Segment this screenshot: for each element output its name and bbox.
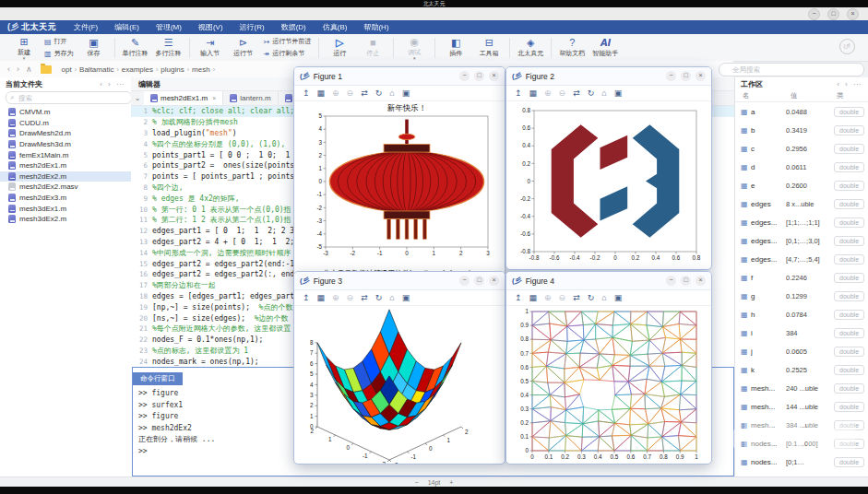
variable-row[interactable]: ▦f0.2246double <box>735 268 868 287</box>
figure-window-2[interactable]: (彡 Figure 2 − □ × ↥▦⊕⊖⇄↻⌂▣ -0.8-0.6-0.4-… <box>505 66 712 270</box>
lantern-plot[interactable]: -3-2-10123-5-4-3-2-1012345新年快乐！北太天元数值计算通… <box>294 101 503 279</box>
zoom-in-icon[interactable]: ⊕ <box>544 86 552 100</box>
figure-window-3[interactable]: (彡 Figure 3 − □ × ↥▦⊕⊖⇄↻⌂▣ 012345678210-… <box>293 271 505 465</box>
snapshot-icon[interactable]: ▣ <box>402 86 410 100</box>
toolbox-button[interactable]: ⊟ 工具箱 <box>474 37 504 58</box>
maximize-button[interactable]: □ <box>681 71 691 81</box>
new-file-button[interactable]: ⊞ 新建 ▾ <box>9 36 39 60</box>
figure-title-bar[interactable]: (彡 Figure 2 − □ × <box>506 67 711 86</box>
breadcrumb-item[interactable]: mesh <box>192 65 210 74</box>
rotate-3d-icon[interactable]: ↻ <box>375 290 383 305</box>
variable-row[interactable]: ▦i384double <box>735 323 868 342</box>
menu-item[interactable]: 运行(R) <box>240 22 265 32</box>
nav-forward-icon[interactable]: › <box>17 65 19 74</box>
variable-row[interactable]: ▦nodes...[0.1…000]double <box>735 434 868 453</box>
debug-button[interactable]: ◉ 调试 ▾ <box>399 36 429 60</box>
figure-title-bar[interactable]: (彡 Figure 3 − □ × <box>294 272 505 290</box>
single-comment-button[interactable]: ✎ 单行注释 <box>121 37 150 58</box>
figure-title-bar[interactable]: (彡 Figure 1 − □ × <box>294 67 505 86</box>
breadcrumb-item[interactable]: examples <box>122 65 153 74</box>
panel-nav-icons[interactable]: ‹ › ⋯ <box>837 80 862 88</box>
variable-row[interactable]: ▦k0.2525double <box>735 360 868 379</box>
zoom-in-icon[interactable]: ⊕ <box>332 290 339 305</box>
variable-row[interactable]: ▦a0.0488double <box>735 102 868 121</box>
breadcrumb-item[interactable]: Baltamatic <box>79 65 113 74</box>
pan-icon[interactable]: ⇄ <box>573 290 580 305</box>
file-item[interactable]: femEx1Main.m <box>0 149 131 160</box>
zoom-in-icon[interactable]: ⊕ <box>332 86 339 100</box>
export-figure-icon[interactable]: ↥ <box>303 290 310 305</box>
editor-tab[interactable]: mesh2dEx1.m× <box>144 91 223 105</box>
file-item[interactable]: mesh3dEx1.m <box>0 203 131 214</box>
pan-icon[interactable]: ⇄ <box>573 86 580 100</box>
menu-item[interactable]: 仿真(B) <box>323 22 348 32</box>
close-tab-icon[interactable]: × <box>212 95 216 101</box>
help-doc-button[interactable]: ? 帮助文档 <box>557 37 587 58</box>
close-button[interactable]: × <box>696 71 706 81</box>
close-button[interactable]: × <box>696 276 706 286</box>
file-search-input[interactable] <box>6 91 132 104</box>
rotate-3d-icon[interactable]: ↻ <box>588 290 595 305</box>
column-value[interactable]: 值 <box>791 91 837 100</box>
surface-plot[interactable]: 012345678210-1-2-2-1012 <box>294 306 503 464</box>
variable-row[interactable]: ▦e0.2600double <box>735 176 868 194</box>
file-item[interactable]: mesh2dEx3.m <box>0 193 131 204</box>
command-window-tab[interactable]: 命令行窗口 <box>133 372 183 385</box>
run-advance-button[interactable]: ↣ 运行节并前进 <box>264 37 312 46</box>
column-name[interactable]: 名 <box>735 91 791 100</box>
variable-row[interactable]: ▦mesh...240 ...ubledouble <box>735 379 868 397</box>
menu-item[interactable]: 管理(M) <box>156 22 182 32</box>
export-figure-icon[interactable]: ↥ <box>515 86 522 100</box>
run-section-button[interactable]: ⊳ 运行节 <box>229 37 258 58</box>
editor-tab[interactable]: lantern.m <box>223 91 278 105</box>
figure-window-1[interactable]: (彡 Figure 1 − □ × ↥▦⊕⊖⇄↻⌂▣ -3-2-10123-5-… <box>293 66 505 280</box>
stop-button[interactable]: ■ 停止 <box>358 37 387 58</box>
variable-row[interactable]: ▦c0.2956double <box>735 139 868 158</box>
breadcrumb-item[interactable]: opt <box>62 65 72 74</box>
figure-window-4[interactable]: (彡 Figure 4 − □ × ↥▦⊕⊖⇄↻⌂▣ 00.10.20.30.4… <box>505 271 712 465</box>
variable-row[interactable]: ▦h0.0784double <box>735 305 868 323</box>
grid-icon[interactable]: ▦ <box>317 290 326 305</box>
open-button[interactable]: ▤ 打开 <box>44 37 74 46</box>
menu-item[interactable]: 帮助(H) <box>363 22 388 32</box>
global-search-input[interactable] <box>719 63 864 76</box>
maximize-button[interactable]: □ <box>474 71 484 81</box>
ai-assistant-button[interactable]: AI 智能助手 <box>590 37 620 58</box>
menu-item[interactable]: 视图(V) <box>198 22 223 32</box>
grid-icon[interactable]: ▦ <box>529 86 538 100</box>
snapshot-icon[interactable]: ▣ <box>402 290 410 305</box>
home-icon[interactable]: ⌂ <box>601 86 606 100</box>
file-item[interactable]: CMVM.m <box>0 107 131 118</box>
zoom-out-icon[interactable]: ⊖ <box>347 290 354 305</box>
grid-icon[interactable]: ▦ <box>317 86 326 100</box>
rotate-3d-icon[interactable]: ↻ <box>588 86 595 100</box>
maximize-button[interactable]: □ <box>474 276 484 286</box>
variable-row[interactable]: ▦d0.0611double <box>735 158 868 176</box>
minimize-button[interactable]: − <box>666 276 676 286</box>
close-button[interactable]: × <box>489 276 499 286</box>
breadcrumb-item[interactable]: plugins <box>161 65 184 74</box>
zoom-in-icon[interactable]: ⊕ <box>544 290 552 305</box>
run-rest-button[interactable]: ↠ 运行剩余节 <box>264 49 312 58</box>
minimize-button[interactable]: − <box>459 276 470 286</box>
zoom-out-icon[interactable]: ⊖ <box>559 86 566 100</box>
pan-icon[interactable]: ⇄ <box>361 86 368 100</box>
pan-icon[interactable]: ⇄ <box>361 290 368 305</box>
variable-row[interactable]: ▦mesh...384 ...ubledouble <box>735 416 868 434</box>
close-button[interactable]: × <box>489 71 499 81</box>
run-button[interactable]: ▷ 运行 <box>325 37 354 58</box>
panel-nav-icons[interactable]: ‹ › ⋯ <box>100 80 125 88</box>
rotate-3d-icon[interactable]: ↻ <box>375 86 383 100</box>
save-button[interactable]: ▣ 保存 <box>79 37 109 58</box>
variable-row[interactable]: ▦edges...[0,1;…;3,0]double <box>735 231 868 250</box>
file-item[interactable]: DrawMesh3d.m <box>0 139 131 150</box>
variable-row[interactable]: ▦edges...[4,7;…;5,4]double <box>735 250 868 268</box>
variable-row[interactable]: ▦j0.0605double <box>735 342 868 360</box>
file-item[interactable]: mesh2dEx2.masv <box>0 182 131 193</box>
menu-item[interactable]: 数据(D) <box>281 22 306 32</box>
nav-back-icon[interactable]: ‹ <box>7 65 10 74</box>
snapshot-icon[interactable]: ▣ <box>614 86 623 100</box>
variable-row[interactable]: ▦g0.1299double <box>735 287 868 305</box>
zoom-in-button[interactable]: + <box>449 479 453 486</box>
logo-plot[interactable]: -0.8-0.6-0.4-0.200.20.40.60.8-0.8-0.6-0.… <box>506 101 709 269</box>
